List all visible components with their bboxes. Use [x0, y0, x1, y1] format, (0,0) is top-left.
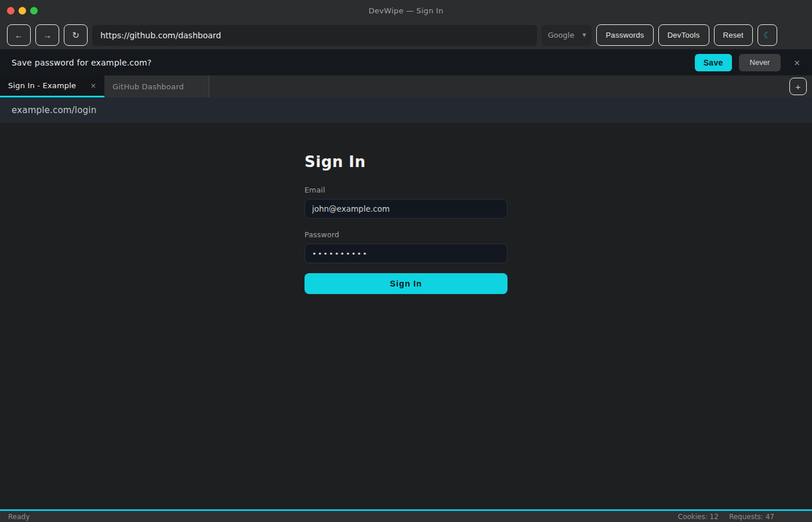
chevron-down-icon: ▼ — [582, 32, 586, 38]
app-window: DevWipe — Sign In ← → ↻ Google ▼ Passwor… — [0, 0, 812, 522]
devtools-button[interactable]: DevTools — [658, 24, 709, 46]
traffic-lights — [7, 0, 38, 21]
status-bar-right: Cookies: 12 Requests: 47 — [678, 513, 774, 521]
reload-button[interactable]: ↻ — [64, 24, 88, 46]
reset-button[interactable]: Reset — [714, 24, 753, 46]
title-bar: DevWipe — Sign In — [0, 0, 812, 21]
save-password-bar: Save password for example.com? Save Neve… — [0, 49, 812, 75]
close-save-bar-icon[interactable]: × — [793, 58, 800, 67]
window-title: DevWipe — Sign In — [368, 6, 443, 15]
save-password-button[interactable]: Save — [695, 54, 732, 71]
cookies-count: Cookies: 12 — [678, 513, 719, 521]
tab-label: Sign In - Example — [8, 81, 86, 90]
back-arrow-icon: ← — [14, 30, 23, 40]
tab-bar: Sign In - Example × GitHub Dashboard + — [0, 75, 812, 97]
forward-button[interactable]: → — [35, 24, 59, 46]
maximize-window-button[interactable] — [30, 7, 38, 14]
tab-sign-in-example[interactable]: Sign In - Example × — [0, 75, 104, 97]
moon-icon: ☾ — [763, 30, 771, 41]
url-input[interactable] — [92, 25, 537, 46]
password-label: Password — [304, 230, 507, 239]
passwords-button[interactable]: Passwords — [596, 24, 653, 46]
sign-in-button[interactable]: Sign In — [304, 273, 507, 294]
back-button[interactable]: ← — [7, 24, 31, 46]
theme-toggle-button[interactable]: ☾ — [757, 24, 777, 46]
page-url-bar: example.com/login — [0, 97, 812, 123]
close-window-button[interactable] — [7, 7, 14, 14]
search-engine-selected: Google — [548, 31, 574, 39]
reload-icon: ↻ — [72, 30, 79, 41]
search-engine-select[interactable]: Google ▼ — [542, 25, 592, 46]
plus-icon: + — [796, 82, 801, 92]
field-gap — [304, 219, 507, 230]
browser-toolbar: ← → ↻ Google ▼ Passwords DevTools Reset … — [0, 21, 812, 49]
tab-close-icon[interactable]: × — [90, 82, 96, 90]
password-field[interactable] — [304, 244, 507, 263]
page-title: Sign In — [304, 153, 507, 171]
tab-label: GitHub Dashboard — [113, 82, 184, 91]
forward-arrow-icon: → — [43, 30, 52, 40]
page-content: Sign In Email Password Sign In — [0, 123, 812, 509]
tab-bar-empty-area: + — [209, 75, 812, 97]
page-url-text: example.com/login — [12, 105, 96, 115]
save-password-message: Save password for example.com? — [12, 58, 151, 67]
status-bar: Ready Cookies: 12 Requests: 47 — [0, 509, 812, 522]
new-tab-button[interactable]: + — [789, 78, 807, 95]
requests-count: Requests: 47 — [729, 513, 774, 521]
minimize-window-button[interactable] — [19, 7, 26, 14]
email-field[interactable] — [304, 199, 507, 219]
never-save-button[interactable]: Never — [739, 54, 781, 71]
status-ready-text: Ready — [8, 513, 30, 521]
tab-github-dashboard[interactable]: GitHub Dashboard — [104, 75, 209, 97]
email-label: Email — [304, 186, 507, 194]
login-form: Sign In Email Password Sign In — [304, 153, 507, 294]
